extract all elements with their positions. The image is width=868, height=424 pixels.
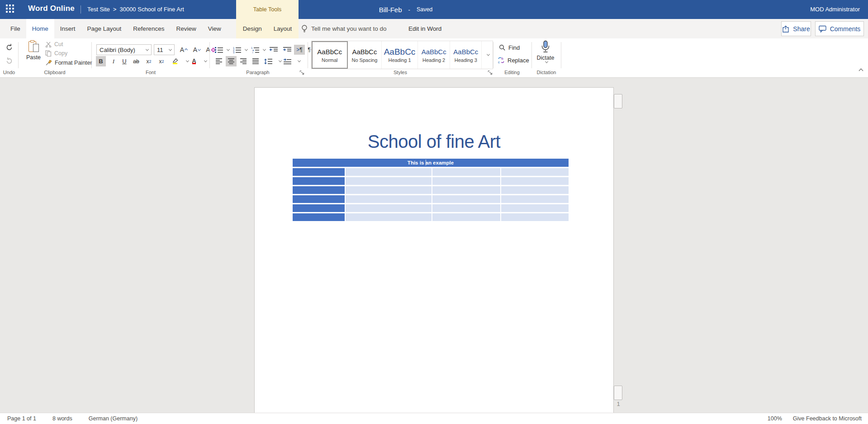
paragraph-indent-button[interactable] (281, 56, 293, 66)
align-left-button[interactable] (213, 56, 224, 66)
copy-button[interactable]: Copy (45, 50, 67, 57)
format-painter-button[interactable]: Format Painter (45, 59, 92, 66)
table-cell[interactable] (346, 195, 432, 203)
document-title-text[interactable]: School of fine Art (255, 132, 613, 152)
table-cell[interactable] (501, 177, 569, 185)
style-normal[interactable]: AaBbCcNormal (312, 41, 348, 69)
language-status[interactable]: German (Germany) (89, 415, 138, 422)
tab-design[interactable]: Design (237, 19, 268, 38)
document-name[interactable]: Bill-Feb (379, 6, 402, 14)
table-cell[interactable] (432, 168, 500, 176)
justify-button[interactable] (250, 56, 261, 66)
redo-button[interactable] (4, 56, 14, 66)
increase-indent-button[interactable] (281, 45, 293, 55)
italic-button[interactable]: I (109, 56, 119, 66)
table-cell[interactable] (293, 177, 345, 185)
table-cell[interactable] (346, 168, 432, 176)
line-spacing-button[interactable] (262, 56, 274, 66)
tab-home[interactable]: Home (26, 19, 54, 38)
font-size-combobox[interactable]: 11 (154, 44, 175, 55)
cut-button[interactable]: Cut (45, 41, 63, 47)
bold-button[interactable]: B (96, 56, 106, 66)
table-header-cell[interactable]: This is an example (293, 159, 569, 167)
tab-insert[interactable]: Insert (54, 19, 81, 38)
table-cell[interactable] (432, 204, 500, 212)
table-cell[interactable] (501, 186, 569, 194)
table-cell[interactable] (432, 195, 500, 203)
multilevel-list-dropdown[interactable] (261, 45, 266, 55)
style-heading-2[interactable]: AaBbCcHeading 2 (418, 41, 451, 69)
decrease-indent-button[interactable] (268, 45, 280, 55)
share-button[interactable]: Share (781, 21, 811, 36)
signed-in-user[interactable]: MOD Administrator (810, 6, 860, 13)
styles-dialog-launcher[interactable] (488, 70, 493, 75)
table-cell[interactable] (501, 195, 569, 203)
numbering-dropdown[interactable] (242, 45, 248, 55)
replace-button[interactable]: b c Replace (498, 57, 529, 64)
style-heading-3[interactable]: AaBbCcHeading 3 (450, 41, 482, 69)
tab-layout[interactable]: Layout (268, 19, 298, 38)
table-cell[interactable] (346, 213, 432, 221)
bullets-button[interactable] (213, 45, 224, 55)
align-right-button[interactable] (238, 56, 249, 66)
font-color-button[interactable]: A (189, 56, 199, 66)
comments-button[interactable]: Comments (815, 21, 864, 36)
superscript-button[interactable]: x2 (157, 56, 166, 66)
multilevel-list-button[interactable]: 1 a i (250, 45, 261, 55)
numbering-button[interactable]: 1 2 3 (232, 45, 242, 55)
collapse-ribbon-button[interactable] (858, 67, 864, 74)
shrink-font-button[interactable]: A (191, 45, 203, 55)
table-cell[interactable] (346, 204, 432, 212)
table-cell[interactable] (501, 168, 569, 176)
style-heading-1[interactable]: AaBbCcHeading 1 (382, 41, 418, 69)
tab-page-layout[interactable]: Page Layout (81, 19, 128, 38)
table-cell[interactable] (293, 168, 345, 176)
table-cell[interactable] (432, 213, 500, 221)
paragraph-dialog-launcher[interactable] (299, 70, 305, 75)
tab-file[interactable]: File (5, 19, 26, 38)
feedback-link[interactable]: Give Feedback to Microsoft (793, 415, 862, 422)
table-cell[interactable] (432, 177, 500, 185)
scrollbar-thumb-top[interactable] (614, 94, 622, 108)
font-color-dropdown[interactable] (199, 56, 209, 66)
underline-button[interactable]: U (119, 56, 129, 66)
zoom-level[interactable]: 100% (768, 415, 782, 422)
bullets-dropdown[interactable] (224, 45, 230, 55)
align-center-button[interactable] (226, 56, 237, 66)
app-launcher-icon[interactable] (6, 5, 16, 14)
document-page[interactable]: School of fine Art This is an example (254, 87, 614, 413)
font-name-combobox[interactable]: Calibri (Body) (96, 44, 152, 55)
edit-in-word-button[interactable]: Edit in Word (408, 19, 441, 38)
find-button[interactable]: Find (499, 44, 520, 51)
scrollbar-thumb-bottom[interactable] (614, 386, 622, 400)
table-cell[interactable] (293, 204, 345, 212)
dictate-button[interactable]: Dictate (534, 40, 557, 68)
word-count-status[interactable]: 8 words (52, 415, 72, 422)
table-cell[interactable] (293, 195, 345, 203)
paste-button[interactable]: Paste (24, 40, 43, 66)
breadcrumb-site[interactable]: Test Site (87, 6, 110, 13)
breadcrumb[interactable]: Test Site > 30000 School of Fine Art (87, 6, 184, 13)
highlight-color-button[interactable] (169, 56, 181, 66)
tab-view[interactable]: View (202, 19, 227, 38)
table-cell[interactable] (501, 204, 569, 212)
left-to-right-paragraph-button[interactable]: >¶ (294, 45, 305, 55)
table-cell[interactable] (346, 186, 432, 194)
paragraph-indent-dropdown[interactable] (293, 56, 303, 66)
strikethrough-button[interactable]: ab (131, 56, 141, 66)
styles-gallery-expand[interactable] (482, 41, 493, 69)
table-cell[interactable] (432, 186, 500, 194)
page-count-status[interactable]: Page 1 of 1 (7, 415, 36, 422)
tab-review[interactable]: Review (170, 19, 202, 38)
table-cell[interactable] (346, 177, 432, 185)
style-no-spacing[interactable]: AaBbCcNo Spacing (348, 41, 382, 69)
grow-font-button[interactable]: A (178, 45, 190, 55)
tell-me-control[interactable]: Tell me what you want to do (301, 19, 387, 38)
subscript-button[interactable]: x2 (144, 56, 154, 66)
table-cell[interactable] (293, 213, 345, 221)
table-cell[interactable] (501, 213, 569, 221)
table-cell[interactable] (293, 186, 345, 194)
breadcrumb-document[interactable]: 30000 School of Fine Art (119, 6, 184, 13)
undo-button[interactable] (4, 42, 14, 52)
tab-references[interactable]: References (127, 19, 170, 38)
